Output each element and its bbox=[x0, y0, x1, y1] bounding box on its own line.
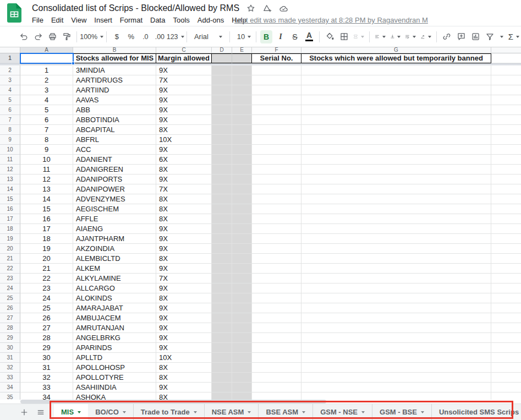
format-currency-button[interactable]: $ bbox=[111, 30, 123, 43]
cell-empty-h[interactable] bbox=[491, 234, 521, 244]
cell-serial[interactable]: 4 bbox=[20, 95, 73, 105]
cell-empty-h[interactable] bbox=[491, 353, 521, 363]
cell-empty-h[interactable] bbox=[491, 115, 521, 125]
cell-empty-f[interactable] bbox=[252, 353, 301, 363]
star-icon[interactable] bbox=[246, 4, 255, 13]
cell-gray-e[interactable] bbox=[232, 313, 252, 323]
cell-empty-f[interactable] bbox=[252, 155, 301, 165]
header-cell-stocks-allowed[interactable]: Stocks allowed for MIS bbox=[73, 53, 156, 63]
cell-empty-g[interactable] bbox=[301, 165, 491, 174]
cell-empty-f[interactable] bbox=[252, 174, 301, 184]
row-header[interactable]: 30 bbox=[0, 343, 20, 353]
paint-format-button[interactable] bbox=[61, 30, 73, 43]
cell-serial[interactable]: 32 bbox=[20, 373, 73, 383]
row-header[interactable]: 13 bbox=[0, 174, 20, 184]
cell-empty-f[interactable] bbox=[252, 204, 301, 214]
row-header[interactable]: 2 bbox=[0, 66, 20, 75]
row-header[interactable]: 34 bbox=[0, 383, 20, 392]
column-header[interactable]: E bbox=[232, 47, 252, 53]
decrease-decimal-button[interactable]: .0 bbox=[139, 30, 151, 43]
row-header[interactable]: 21 bbox=[0, 254, 20, 264]
cell-serial[interactable]: 8 bbox=[20, 135, 73, 145]
cell-empty-f[interactable] bbox=[252, 75, 301, 85]
row-header[interactable]: 3 bbox=[0, 75, 20, 85]
cell-margin[interactable]: 8X bbox=[156, 254, 212, 264]
cell-gray-e[interactable] bbox=[232, 373, 252, 383]
row-header[interactable]: 8 bbox=[0, 125, 20, 135]
add-shortcut-to-drive-icon[interactable] bbox=[262, 4, 272, 13]
cell-empty-f[interactable] bbox=[252, 313, 301, 323]
cell-gray-d[interactable] bbox=[212, 264, 232, 274]
font-select[interactable]: Arial bbox=[191, 30, 226, 43]
cell-empty-f[interactable] bbox=[252, 214, 301, 224]
fill-color-button[interactable] bbox=[323, 30, 336, 43]
cell-empty-h[interactable] bbox=[491, 254, 521, 264]
sheet-tab[interactable]: NSE ASM bbox=[205, 404, 259, 420]
cell-e1-gray[interactable] bbox=[232, 53, 252, 63]
cell-stock-name[interactable]: AFFLE bbox=[73, 214, 156, 224]
header-cell-temporarily-banned[interactable]: Stocks which were allowed but temporaril… bbox=[301, 53, 491, 63]
row-header[interactable]: 26 bbox=[0, 303, 20, 313]
cell-gray-e[interactable] bbox=[232, 254, 252, 264]
sheets-logo-icon[interactable] bbox=[7, 3, 21, 23]
cell-stock-name[interactable]: APOLLOHOSP bbox=[73, 363, 156, 373]
cell-stock-name[interactable]: AJANTPHARM bbox=[73, 234, 156, 244]
cell-empty-h[interactable] bbox=[491, 224, 521, 234]
cell-margin[interactable]: 9X bbox=[156, 95, 212, 105]
cell-margin[interactable]: 6X bbox=[156, 155, 212, 165]
cell-stock-name[interactable]: ABBOTINDIA bbox=[73, 115, 156, 125]
cell-empty-f[interactable] bbox=[252, 125, 301, 135]
row-header[interactable]: 17 bbox=[0, 214, 20, 224]
cell-empty-g[interactable] bbox=[301, 353, 491, 363]
cell-gray-e[interactable] bbox=[232, 105, 252, 115]
cell-serial[interactable]: 31 bbox=[20, 363, 73, 373]
column-header[interactable]: C bbox=[156, 47, 212, 53]
row-header[interactable]: 5 bbox=[0, 95, 20, 105]
cell-stock-name[interactable]: ASHOKA bbox=[73, 392, 156, 400]
text-color-button[interactable]: A bbox=[303, 30, 315, 43]
cell-serial[interactable]: 14 bbox=[20, 194, 73, 204]
cell-gray-d[interactable] bbox=[212, 194, 232, 204]
cell-gray-e[interactable] bbox=[232, 224, 252, 234]
cell-stock-name[interactable]: AARTIDRUGS bbox=[73, 75, 156, 85]
row-header[interactable]: 16 bbox=[0, 204, 20, 214]
cell-gray-e[interactable] bbox=[232, 353, 252, 363]
cell-gray-e[interactable] bbox=[232, 383, 252, 392]
cell-gray-d[interactable] bbox=[212, 125, 232, 135]
cell-empty-g[interactable] bbox=[301, 392, 491, 400]
cell-gray-e[interactable] bbox=[232, 115, 252, 125]
cell-margin[interactable]: 7X bbox=[156, 75, 212, 85]
cell-serial[interactable]: 5 bbox=[20, 105, 73, 115]
row-header[interactable]: 19 bbox=[0, 234, 20, 244]
cell-gray-e[interactable] bbox=[232, 95, 252, 105]
format-percent-button[interactable]: % bbox=[125, 30, 137, 43]
cell-margin[interactable]: 9X bbox=[156, 66, 212, 75]
cell-stock-name[interactable]: APARINDS bbox=[73, 343, 156, 353]
cell-empty-f[interactable] bbox=[252, 184, 301, 194]
cell-empty-g[interactable] bbox=[301, 383, 491, 392]
cell-empty-h[interactable] bbox=[491, 383, 521, 392]
cell-margin[interactable]: 7X bbox=[156, 184, 212, 194]
cell-serial[interactable]: 13 bbox=[20, 184, 73, 194]
cell-serial[interactable]: 25 bbox=[20, 303, 73, 313]
cell-stock-name[interactable]: AIAENG bbox=[73, 224, 156, 234]
cell-stock-name[interactable]: ACC bbox=[73, 145, 156, 155]
cell-empty-f[interactable] bbox=[252, 135, 301, 145]
cell-empty-g[interactable] bbox=[301, 184, 491, 194]
cell-serial[interactable]: 28 bbox=[20, 333, 73, 343]
cell-gray-d[interactable] bbox=[212, 363, 232, 373]
cell-stock-name[interactable]: AAVAS bbox=[73, 95, 156, 105]
cell-margin[interactable]: 9X bbox=[156, 244, 212, 254]
column-header[interactable]: A bbox=[20, 47, 73, 53]
cell-empty-h[interactable] bbox=[491, 214, 521, 224]
cell-stock-name[interactable]: AMRUTANJAN bbox=[73, 323, 156, 333]
cell-serial[interactable]: 11 bbox=[20, 165, 73, 174]
cell-stock-name[interactable]: ANGELBRKG bbox=[73, 333, 156, 343]
cell-stock-name[interactable]: ADVENZYMES bbox=[73, 194, 156, 204]
cell-margin[interactable]: 8X bbox=[156, 392, 212, 400]
row-header[interactable]: 9 bbox=[0, 135, 20, 145]
document-title[interactable]: Consolidated list of Scrips - Blocked/Al… bbox=[32, 3, 239, 13]
cell-empty-h[interactable] bbox=[491, 313, 521, 323]
cell-serial[interactable]: 19 bbox=[20, 244, 73, 254]
cell-gray-d[interactable] bbox=[212, 353, 232, 363]
